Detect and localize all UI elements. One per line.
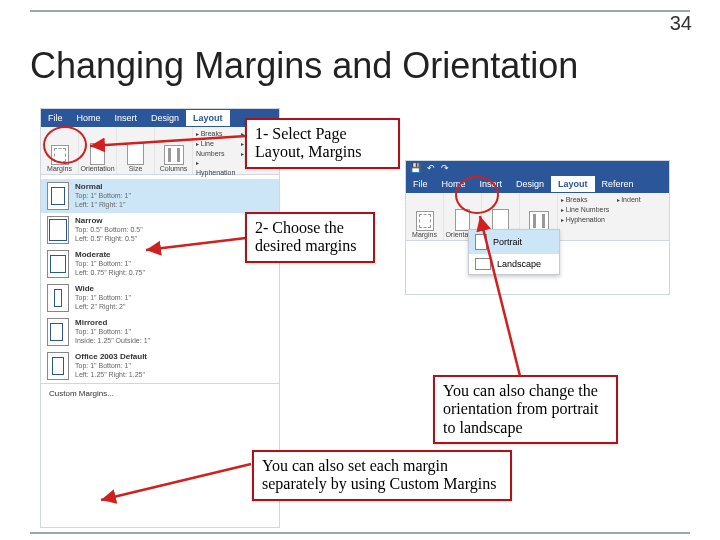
callout-orientation-note: You can also change the orientation from… [433,375,618,444]
tab-references[interactable]: Referen [595,176,641,192]
tab-layout[interactable]: Layout [551,176,595,192]
callout-step1: 1- Select Page Layout, Margins [245,118,400,169]
margin-vals: Inside: 1.25" Outside: 1" [75,337,150,346]
page-number: 34 [670,12,692,35]
margin-name: Moderate [75,250,145,260]
arrow-custom-margins [95,450,255,510]
margins-label: Margins [47,165,72,172]
redo-icon[interactable]: ↷ [441,163,449,173]
margin-preset-mirrored[interactable]: Mirrored Top: 1" Bottom: 1" Inside: 1.25… [41,315,279,349]
margin-preset-normal[interactable]: Normal Top: 1" Bottom: 1" Left: 1" Right… [41,179,279,213]
margins-button[interactable]: Margins [406,193,444,240]
margin-vals: Top: 1" Bottom: 1" [75,362,147,371]
svg-line-1 [146,238,246,250]
svg-line-0 [90,136,246,146]
undo-icon[interactable]: ↶ [427,163,435,173]
margin-thumb-icon [47,250,69,278]
orientation-label: Orientation [80,165,114,172]
margin-vals: Left: 0.5" Right: 0.5" [75,235,143,244]
hyphenation-item[interactable]: Hyphenation [561,215,611,225]
ribbon-extra-right: Indent [614,193,670,240]
margin-vals: Top: 0.5" Bottom: 0.5" [75,226,143,235]
margin-vals: Left: 2" Right: 2" [75,303,131,312]
size-label: Size [129,165,143,172]
ribbon-extra-left: Breaks Line Numbers Hyphenation [558,193,614,240]
margin-preset-office2003[interactable]: Office 2003 Default Top: 1" Bottom: 1" L… [41,349,279,383]
margins-dropdown: Normal Top: 1" Bottom: 1" Left: 1" Right… [41,175,279,407]
margin-vals: Left: 1.25" Right: 1.25" [75,371,147,380]
margin-thumb-icon [47,216,69,244]
save-icon[interactable]: 💾 [410,163,421,173]
tab-design[interactable]: Design [509,176,551,192]
highlight-oval-orientation [455,176,499,214]
ribbon-tabs: File Home Insert Design Layout Referen [406,175,669,193]
line-numbers-item[interactable]: Line Numbers [561,205,611,215]
breaks-item[interactable]: Breaks [561,195,611,205]
margin-vals: Top: 1" Bottom: 1" [75,260,145,269]
margin-vals: Top: 1" Bottom: 1" [75,328,150,337]
callout-step2: 2- Choose the desired margins [245,212,375,263]
columns-label: Columns [160,165,188,172]
margin-thumb-icon [47,318,69,346]
margins-label: Margins [412,231,437,238]
tab-file[interactable]: File [406,176,435,192]
tab-file[interactable]: File [41,110,70,126]
margin-thumb-icon [47,352,69,380]
bottom-rule [30,532,690,534]
margin-vals: Left: 0.75" Right: 0.75" [75,269,145,278]
callout-custom-margins-note: You can also set each margin separately … [252,450,512,501]
arrow-step2 [140,230,250,260]
margin-vals: Left: 1" Right: 1" [75,201,131,210]
margin-name: Mirrored [75,318,150,328]
arrow-step1 [80,124,250,154]
margin-preset-wide[interactable]: Wide Top: 1" Bottom: 1" Left: 2" Right: … [41,281,279,315]
margin-name: Normal [75,182,131,192]
margin-name: Wide [75,284,131,294]
margin-thumb-icon [47,182,69,210]
margins-icon [416,211,434,231]
arrow-orientation [470,210,550,380]
margin-vals: Top: 1" Bottom: 1" [75,192,131,201]
margin-thumb-icon [47,284,69,312]
top-rule [30,10,690,12]
margin-vals: Top: 1" Bottom: 1" [75,294,131,303]
page-title: Changing Margins and Orientation [30,45,578,87]
margin-name: Office 2003 Default [75,352,147,362]
custom-margins-item[interactable]: Custom Margins... [41,383,279,403]
indent-label: Indent [617,195,667,205]
svg-line-3 [101,464,251,500]
quick-access-toolbar: 💾 ↶ ↷ [406,161,669,175]
hyphenation-item[interactable]: Hyphenation [196,158,235,178]
svg-line-2 [480,216,520,376]
highlight-oval-margins [43,126,87,164]
margin-name: Narrow [75,216,143,226]
